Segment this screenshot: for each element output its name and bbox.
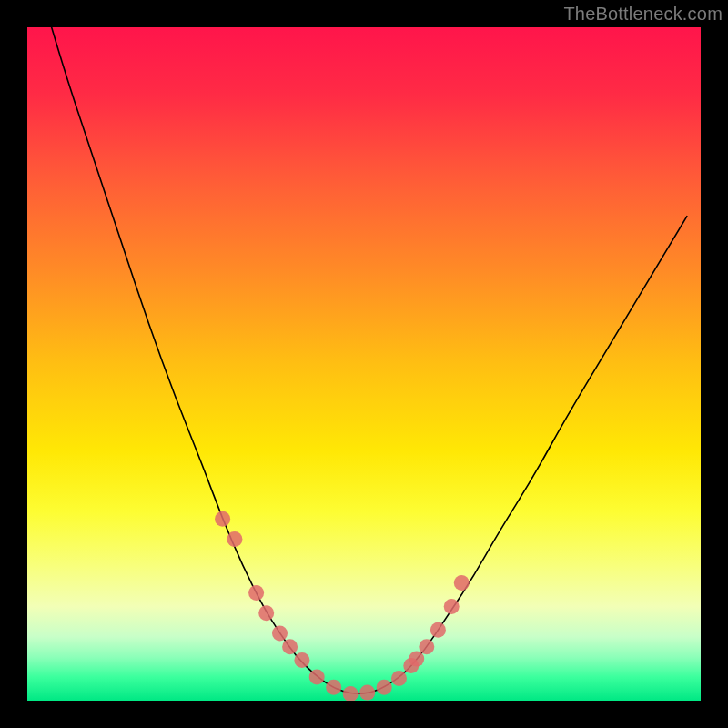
highlight-dot	[215, 511, 230, 527]
highlight-dot	[309, 670, 325, 685]
chart-svg	[27, 27, 701, 701]
highlight-dot	[377, 680, 392, 695]
bottleneck-curve	[47, 27, 687, 693]
highlight-dot	[258, 605, 274, 621]
highlight-dot	[419, 639, 434, 654]
highlight-dot	[391, 671, 407, 686]
highlight-dot	[248, 585, 264, 601]
highlight-dot	[294, 652, 309, 668]
highlight-dot	[326, 680, 341, 695]
highlight-dot	[282, 639, 298, 654]
watermark-text: TheBottleneck.com	[563, 4, 723, 25]
highlight-dot	[454, 575, 470, 591]
highlight-dot	[444, 599, 460, 614]
plot-area	[27, 27, 701, 701]
highlight-dot	[430, 622, 446, 638]
highlight-dot	[272, 626, 288, 642]
highlight-dots-group	[215, 511, 470, 701]
highlight-dot	[359, 685, 375, 701]
highlight-dot	[409, 652, 424, 667]
highlight-dot	[227, 531, 242, 547]
outer-frame: TheBottleneck.com	[0, 0, 728, 728]
highlight-dot	[343, 686, 359, 701]
